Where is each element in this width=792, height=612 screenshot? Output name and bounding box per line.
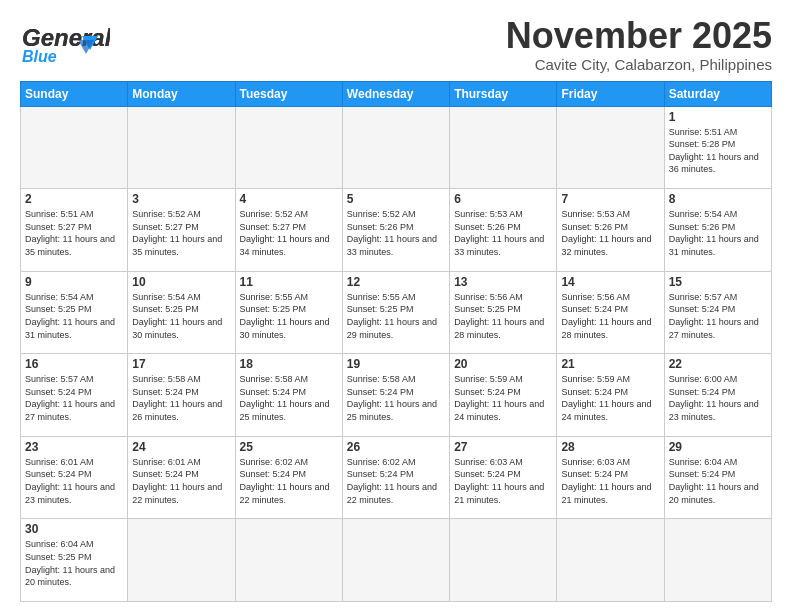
day-number: 9 xyxy=(25,275,123,289)
logo: General General Blue xyxy=(20,16,110,64)
calendar-cell: 11Sunrise: 5:55 AMSunset: 5:25 PMDayligh… xyxy=(235,271,342,354)
day-number: 8 xyxy=(669,192,767,206)
day-header-friday: Friday xyxy=(557,81,664,106)
calendar-cell xyxy=(235,519,342,602)
day-number: 27 xyxy=(454,440,552,454)
day-info: Sunrise: 5:58 AMSunset: 5:24 PMDaylight:… xyxy=(240,373,338,423)
day-number: 26 xyxy=(347,440,445,454)
calendar-cell: 18Sunrise: 5:58 AMSunset: 5:24 PMDayligh… xyxy=(235,354,342,437)
calendar-cell: 23Sunrise: 6:01 AMSunset: 5:24 PMDayligh… xyxy=(21,436,128,519)
day-header-sunday: Sunday xyxy=(21,81,128,106)
calendar-cell: 19Sunrise: 5:58 AMSunset: 5:24 PMDayligh… xyxy=(342,354,449,437)
calendar-cell: 8Sunrise: 5:54 AMSunset: 5:26 PMDaylight… xyxy=(664,189,771,272)
calendar-cell: 4Sunrise: 5:52 AMSunset: 5:27 PMDaylight… xyxy=(235,189,342,272)
calendar-cell: 1Sunrise: 5:51 AMSunset: 5:28 PMDaylight… xyxy=(664,106,771,189)
calendar-cell: 5Sunrise: 5:52 AMSunset: 5:26 PMDaylight… xyxy=(342,189,449,272)
day-info: Sunrise: 5:54 AMSunset: 5:25 PMDaylight:… xyxy=(132,291,230,341)
calendar-cell: 6Sunrise: 5:53 AMSunset: 5:26 PMDaylight… xyxy=(450,189,557,272)
day-number: 22 xyxy=(669,357,767,371)
day-number: 19 xyxy=(347,357,445,371)
day-info: Sunrise: 5:59 AMSunset: 5:24 PMDaylight:… xyxy=(561,373,659,423)
calendar-cell: 25Sunrise: 6:02 AMSunset: 5:24 PMDayligh… xyxy=(235,436,342,519)
calendar-cell: 16Sunrise: 5:57 AMSunset: 5:24 PMDayligh… xyxy=(21,354,128,437)
calendar-cell: 24Sunrise: 6:01 AMSunset: 5:24 PMDayligh… xyxy=(128,436,235,519)
day-number: 20 xyxy=(454,357,552,371)
calendar-header-row: SundayMondayTuesdayWednesdayThursdayFrid… xyxy=(21,81,772,106)
day-number: 21 xyxy=(561,357,659,371)
day-header-tuesday: Tuesday xyxy=(235,81,342,106)
calendar-cell: 21Sunrise: 5:59 AMSunset: 5:24 PMDayligh… xyxy=(557,354,664,437)
calendar-cell: 22Sunrise: 6:00 AMSunset: 5:24 PMDayligh… xyxy=(664,354,771,437)
calendar-cell xyxy=(128,519,235,602)
calendar-cell: 26Sunrise: 6:02 AMSunset: 5:24 PMDayligh… xyxy=(342,436,449,519)
day-info: Sunrise: 5:59 AMSunset: 5:24 PMDaylight:… xyxy=(454,373,552,423)
day-info: Sunrise: 6:02 AMSunset: 5:24 PMDaylight:… xyxy=(347,456,445,506)
calendar-cell: 9Sunrise: 5:54 AMSunset: 5:25 PMDaylight… xyxy=(21,271,128,354)
calendar-cell xyxy=(21,106,128,189)
day-info: Sunrise: 5:56 AMSunset: 5:25 PMDaylight:… xyxy=(454,291,552,341)
day-info: Sunrise: 5:53 AMSunset: 5:26 PMDaylight:… xyxy=(561,208,659,258)
calendar-week-2: 2Sunrise: 5:51 AMSunset: 5:27 PMDaylight… xyxy=(21,189,772,272)
calendar-week-1: 1Sunrise: 5:51 AMSunset: 5:28 PMDaylight… xyxy=(21,106,772,189)
day-info: Sunrise: 5:52 AMSunset: 5:27 PMDaylight:… xyxy=(132,208,230,258)
day-number: 18 xyxy=(240,357,338,371)
day-header-wednesday: Wednesday xyxy=(342,81,449,106)
calendar-cell: 10Sunrise: 5:54 AMSunset: 5:25 PMDayligh… xyxy=(128,271,235,354)
day-number: 28 xyxy=(561,440,659,454)
calendar-cell xyxy=(450,106,557,189)
page: General General Blue November 2025 Cavit… xyxy=(0,0,792,612)
day-number: 5 xyxy=(347,192,445,206)
day-info: Sunrise: 6:03 AMSunset: 5:24 PMDaylight:… xyxy=(454,456,552,506)
day-number: 2 xyxy=(25,192,123,206)
logo-svg: General General Blue xyxy=(20,16,110,64)
day-number: 14 xyxy=(561,275,659,289)
day-info: Sunrise: 6:01 AMSunset: 5:24 PMDaylight:… xyxy=(25,456,123,506)
calendar-week-3: 9Sunrise: 5:54 AMSunset: 5:25 PMDaylight… xyxy=(21,271,772,354)
day-number: 6 xyxy=(454,192,552,206)
calendar-cell: 7Sunrise: 5:53 AMSunset: 5:26 PMDaylight… xyxy=(557,189,664,272)
location-title: Cavite City, Calabarzon, Philippines xyxy=(506,56,772,73)
day-number: 7 xyxy=(561,192,659,206)
calendar-cell: 27Sunrise: 6:03 AMSunset: 5:24 PMDayligh… xyxy=(450,436,557,519)
calendar-cell: 17Sunrise: 5:58 AMSunset: 5:24 PMDayligh… xyxy=(128,354,235,437)
calendar-week-6: 30Sunrise: 6:04 AMSunset: 5:25 PMDayligh… xyxy=(21,519,772,602)
day-info: Sunrise: 5:58 AMSunset: 5:24 PMDaylight:… xyxy=(132,373,230,423)
calendar-cell: 20Sunrise: 5:59 AMSunset: 5:24 PMDayligh… xyxy=(450,354,557,437)
calendar-cell: 13Sunrise: 5:56 AMSunset: 5:25 PMDayligh… xyxy=(450,271,557,354)
calendar-cell xyxy=(342,106,449,189)
day-info: Sunrise: 6:04 AMSunset: 5:25 PMDaylight:… xyxy=(25,538,123,588)
day-info: Sunrise: 5:56 AMSunset: 5:24 PMDaylight:… xyxy=(561,291,659,341)
day-info: Sunrise: 5:57 AMSunset: 5:24 PMDaylight:… xyxy=(669,291,767,341)
day-number: 3 xyxy=(132,192,230,206)
day-number: 12 xyxy=(347,275,445,289)
day-info: Sunrise: 5:55 AMSunset: 5:25 PMDaylight:… xyxy=(347,291,445,341)
calendar-cell: 28Sunrise: 6:03 AMSunset: 5:24 PMDayligh… xyxy=(557,436,664,519)
svg-text:Blue: Blue xyxy=(22,48,57,64)
day-info: Sunrise: 6:00 AMSunset: 5:24 PMDaylight:… xyxy=(669,373,767,423)
day-header-saturday: Saturday xyxy=(664,81,771,106)
calendar-cell: 29Sunrise: 6:04 AMSunset: 5:24 PMDayligh… xyxy=(664,436,771,519)
calendar-cell xyxy=(664,519,771,602)
day-number: 29 xyxy=(669,440,767,454)
calendar-cell: 3Sunrise: 5:52 AMSunset: 5:27 PMDaylight… xyxy=(128,189,235,272)
day-info: Sunrise: 5:58 AMSunset: 5:24 PMDaylight:… xyxy=(347,373,445,423)
header: General General Blue November 2025 Cavit… xyxy=(20,16,772,73)
day-number: 13 xyxy=(454,275,552,289)
calendar-cell xyxy=(235,106,342,189)
day-number: 24 xyxy=(132,440,230,454)
header-title: November 2025 Cavite City, Calabarzon, P… xyxy=(506,16,772,73)
calendar-table: SundayMondayTuesdayWednesdayThursdayFrid… xyxy=(20,81,772,602)
day-info: Sunrise: 5:57 AMSunset: 5:24 PMDaylight:… xyxy=(25,373,123,423)
calendar-cell xyxy=(557,519,664,602)
day-info: Sunrise: 6:01 AMSunset: 5:24 PMDaylight:… xyxy=(132,456,230,506)
day-header-thursday: Thursday xyxy=(450,81,557,106)
day-info: Sunrise: 5:53 AMSunset: 5:26 PMDaylight:… xyxy=(454,208,552,258)
day-info: Sunrise: 5:52 AMSunset: 5:27 PMDaylight:… xyxy=(240,208,338,258)
day-info: Sunrise: 6:02 AMSunset: 5:24 PMDaylight:… xyxy=(240,456,338,506)
day-number: 11 xyxy=(240,275,338,289)
calendar-cell xyxy=(128,106,235,189)
day-info: Sunrise: 5:55 AMSunset: 5:25 PMDaylight:… xyxy=(240,291,338,341)
calendar-cell: 14Sunrise: 5:56 AMSunset: 5:24 PMDayligh… xyxy=(557,271,664,354)
month-title: November 2025 xyxy=(506,16,772,56)
calendar-week-4: 16Sunrise: 5:57 AMSunset: 5:24 PMDayligh… xyxy=(21,354,772,437)
